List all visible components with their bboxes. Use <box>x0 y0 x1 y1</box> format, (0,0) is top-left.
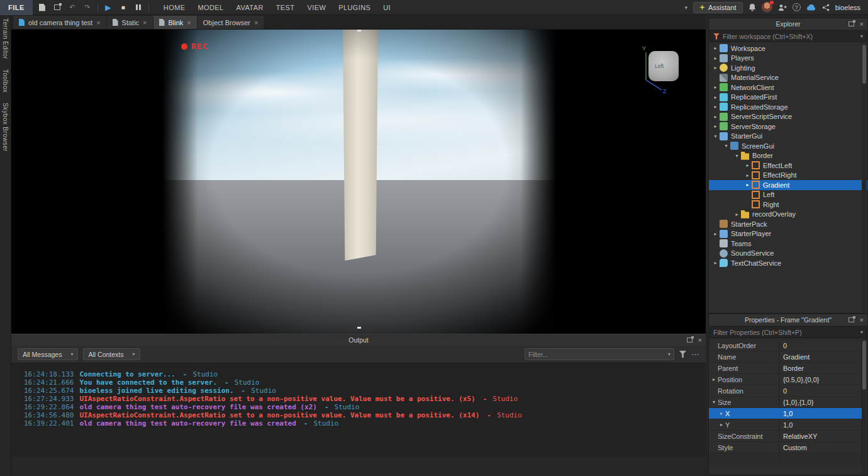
tab-close-icon[interactable]: × <box>96 19 100 26</box>
tab-old-camera-thing-test[interactable]: old camera thing test × <box>13 16 106 29</box>
share-icon[interactable] <box>822 4 830 11</box>
output-filter-input[interactable] <box>528 351 665 358</box>
log-line[interactable]: 16:29:22.864old camera thing test auto-r… <box>24 403 706 411</box>
menu-avatar[interactable]: AVATAR <box>230 4 270 11</box>
log-line[interactable]: 16:39:22.401old camera thing test auto-r… <box>24 419 706 428</box>
tab-close-icon[interactable]: × <box>187 19 191 26</box>
explorer-item-border[interactable]: ▾ Border <box>709 151 867 161</box>
explorer-item-players[interactable]: ▸ Players <box>709 54 867 64</box>
close-panel-icon[interactable]: × <box>698 337 702 344</box>
3d-viewport[interactable]: REC Y Z Left <box>11 30 706 334</box>
expand-arrow-icon[interactable]: ▸ <box>718 422 725 428</box>
avatar[interactable] <box>762 2 772 13</box>
expand-arrow-icon[interactable]: ▸ <box>711 45 720 51</box>
menu-test[interactable]: TEST <box>270 4 301 11</box>
side-tab-toolbox[interactable]: Toolbox <box>2 69 9 93</box>
property-row-rotation[interactable]: Rotation 0 <box>709 385 862 397</box>
properties-scrollbar[interactable] <box>862 338 867 474</box>
explorer-item-effectleft[interactable]: ▸ EffectLeft <box>709 161 867 171</box>
log-line[interactable]: 16:24:21.666You have connected to the se… <box>24 378 706 387</box>
log-line[interactable]: 16:34:56.480UIAspectRatioConstraint.Aspe… <box>24 411 706 419</box>
property-row-name[interactable]: Name Gradient <box>709 351 862 363</box>
property-row-sizeconstraint[interactable]: SizeConstraint RelativeXY <box>709 431 862 442</box>
more-options-icon[interactable]: ⋯ <box>691 350 699 359</box>
explorer-item-left[interactable]: Left <box>709 190 867 200</box>
view-cube[interactable]: Y Z Left <box>635 42 688 95</box>
menu-plugins[interactable]: PLUGINS <box>332 4 377 11</box>
expand-arrow-icon[interactable]: ▸ <box>711 260 720 266</box>
explorer-item-gradient[interactable]: ▸ Gradient <box>709 180 867 190</box>
property-row-layoutorder[interactable]: LayoutOrder 0 <box>709 340 862 351</box>
expand-arrow-icon[interactable]: ▾ <box>722 143 730 149</box>
explorer-item-screengui[interactable]: ▾ ScreenGui <box>709 141 867 151</box>
explorer-item-teams[interactable]: Teams <box>709 239 867 249</box>
explorer-item-networkclient[interactable]: ▸ NetworkClient <box>709 82 867 93</box>
float-panel-icon[interactable] <box>687 337 693 343</box>
expand-arrow-icon[interactable]: ▸ <box>743 173 752 178</box>
side-tab-skybox-browser[interactable]: Skybox Browser <box>2 103 9 152</box>
menu-home[interactable]: HOME <box>157 4 192 11</box>
tab-close-icon[interactable]: × <box>143 19 147 26</box>
explorer-item-recordoverlay[interactable]: ▸ recordOverlay <box>709 210 867 220</box>
explorer-item-right[interactable]: Right <box>709 200 867 210</box>
notifications-bell-icon[interactable] <box>748 3 756 11</box>
property-row-x[interactable]: ▸ X 1,0 <box>709 408 862 419</box>
explorer-item-replicatedstorage[interactable]: ▸ ReplicatedStorage <box>709 102 867 112</box>
menu-ui[interactable]: UI <box>377 4 397 11</box>
explorer-item-materialservice[interactable]: MaterialService <box>709 73 867 83</box>
expand-arrow-icon[interactable]: ▸ <box>711 123 720 129</box>
all-messages-dropdown[interactable]: All Messages ▾ <box>18 348 78 360</box>
expand-arrow-icon[interactable]: ▾ <box>711 133 720 139</box>
log-line[interactable]: 16:24:18.133Connecting to server...-Stud… <box>24 370 706 378</box>
expand-arrow-icon[interactable]: ▸ <box>711 114 720 120</box>
properties-filter-input[interactable] <box>713 329 857 336</box>
log-line[interactable]: 16:24:25.674bioeless joined live editing… <box>24 387 706 395</box>
explorer-item-serverscriptservice[interactable]: ▸ ServerScriptService <box>709 112 867 122</box>
expand-arrow-icon[interactable]: ▸ <box>743 182 752 188</box>
add-collaborator-icon[interactable] <box>778 4 787 11</box>
expand-arrow-icon[interactable]: ▸ <box>743 162 752 168</box>
float-panel-icon[interactable] <box>849 21 854 26</box>
expand-arrow-icon[interactable]: ▸ <box>711 231 720 237</box>
frame-handle-top[interactable] <box>357 30 361 31</box>
explorer-item-soundservice[interactable]: SoundService <box>709 249 867 259</box>
explorer-item-starterpack[interactable]: StarterPack <box>709 219 867 229</box>
filter-funnel-icon[interactable] <box>679 351 686 358</box>
explorer-filter-input[interactable] <box>723 33 857 40</box>
expand-arrow-icon[interactable]: ▾ <box>710 399 718 405</box>
play-button[interactable]: ▶ <box>101 1 115 14</box>
assistant-button[interactable]: Assistant <box>693 2 743 13</box>
expand-arrow-icon[interactable]: ▾ <box>733 153 741 159</box>
explorer-item-workspace[interactable]: ▸ Workspace <box>709 43 867 54</box>
scrollbar-thumb[interactable] <box>862 45 866 84</box>
menu-view[interactable]: VIEW <box>301 4 332 11</box>
help-icon[interactable]: ? <box>793 3 801 11</box>
float-panel-icon[interactable] <box>849 317 854 322</box>
tab-object-browser[interactable]: Object Browser × <box>198 16 264 29</box>
tab-static[interactable]: Static × <box>107 16 153 29</box>
file-menu-button[interactable]: FILE <box>0 0 33 15</box>
ribbon-collapse-icon[interactable]: ▾ <box>684 4 687 11</box>
expand-arrow-icon[interactable]: ▸ <box>711 84 720 90</box>
new-file-icon[interactable] <box>35 1 49 14</box>
property-row-y[interactable]: ▸ Y 1,0 <box>709 419 862 431</box>
tab-close-icon[interactable]: × <box>254 19 258 26</box>
chevron-down-icon[interactable]: ▾ <box>860 33 863 39</box>
cloud-icon[interactable] <box>806 4 816 11</box>
all-contexts-dropdown[interactable]: All Contexts ▾ <box>83 348 140 360</box>
explorer-item-starterplayer[interactable]: ▸ StarterPlayer <box>709 229 867 239</box>
pause-button[interactable] <box>131 1 145 14</box>
explorer-item-startergui[interactable]: ▾ StarterGui <box>709 132 867 142</box>
explorer-item-serverstorage[interactable]: ▸ ServerStorage <box>709 122 867 132</box>
chevron-down-icon[interactable]: ▾ <box>860 329 863 335</box>
property-row-position[interactable]: ▸ Position {0.5,0},{0,0} <box>709 374 862 385</box>
tab-blink[interactable]: Blink × <box>153 16 197 29</box>
side-tab-terrain-editor[interactable]: Terrain Editor <box>2 18 9 59</box>
expand-arrow-icon[interactable]: ▸ <box>718 411 725 416</box>
close-panel-icon[interactable]: × <box>860 21 864 28</box>
stop-button[interactable]: ■ <box>116 1 130 14</box>
username[interactable]: bioeless <box>835 4 860 11</box>
explorer-scrollbar[interactable] <box>862 43 867 312</box>
explorer-item-lighting[interactable]: ▸ Lighting <box>709 63 867 73</box>
explorer-item-replicatedfirst[interactable]: ▸ ReplicatedFirst <box>709 93 867 103</box>
